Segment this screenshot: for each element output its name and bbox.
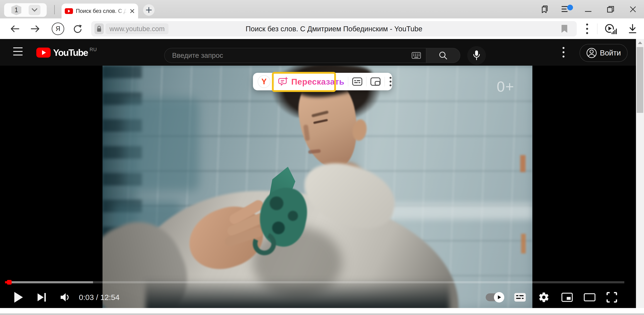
video-translate-button[interactable] [603, 18, 618, 39]
tabbar-divider [54, 5, 55, 14]
miniplayer-icon [561, 293, 573, 302]
close-icon [629, 6, 637, 13]
captions-icon [514, 293, 526, 302]
side-panels-button[interactable] [538, 4, 550, 15]
settings-button[interactable] [535, 288, 552, 306]
region-label: RU [90, 47, 97, 52]
keyboard-icon[interactable] [412, 52, 421, 59]
picture-in-picture-icon [370, 77, 381, 86]
sign-in-label: Войти [600, 49, 621, 57]
tab-group-control[interactable]: 1 [4, 3, 47, 17]
yandex-ya-icon: Я [52, 22, 64, 35]
progress-bar[interactable] [5, 281, 624, 283]
window-bottom-edge [0, 314, 644, 315]
tutorial-highlight-box [272, 72, 336, 92]
guide-menu-button[interactable] [13, 45, 22, 58]
overlay-more-button[interactable] [388, 76, 393, 86]
video-translate-icon [604, 23, 617, 34]
sign-in-button[interactable]: Войти [580, 44, 628, 62]
progress-playhead[interactable] [7, 280, 12, 284]
close-window-button[interactable] [626, 4, 640, 15]
arrow-right-icon [30, 24, 40, 33]
play-button[interactable] [10, 288, 27, 306]
profile-menu-button[interactable] [560, 4, 576, 15]
tab-bar: 1 Поиск без слов. С Дмит [0, 0, 644, 18]
reload-button[interactable] [70, 18, 85, 39]
page-options-button[interactable] [562, 46, 573, 58]
new-tab-button[interactable] [143, 4, 154, 16]
youtube-logo[interactable]: YouTube RU [36, 47, 97, 58]
kebab-menu-icon [562, 46, 564, 58]
profile-lines-icon [561, 4, 574, 14]
tab-counter-badge[interactable]: 1 [10, 5, 22, 15]
search-box[interactable] [164, 48, 426, 63]
page-scrollbar[interactable] [636, 39, 644, 315]
voice-search-button[interactable] [467, 46, 486, 65]
kebab-menu-icon [586, 23, 588, 34]
next-icon [37, 292, 46, 302]
reload-icon [72, 24, 83, 34]
search-input[interactable] [172, 51, 412, 60]
tab-title: Поиск без слов. С Дмит [76, 8, 128, 14]
omnibox[interactable]: www.youtube.com Поиск без слов. С Дмитри… [91, 21, 577, 36]
back-button[interactable] [8, 18, 21, 39]
search-icon [438, 50, 448, 60]
youtube-masthead: YouTube RU [0, 39, 636, 66]
restore-button[interactable] [603, 4, 618, 15]
toolbar-divider [597, 24, 598, 34]
youtube-play-icon [36, 48, 51, 58]
active-tab[interactable]: Поиск без слов. С Дмит [62, 4, 138, 18]
plus-icon [146, 6, 152, 14]
fullscreen-icon [606, 292, 618, 303]
lock-icon [96, 25, 102, 32]
person-icon [586, 48, 597, 58]
site-security-chip[interactable] [94, 24, 104, 34]
subtitles-icon [352, 77, 362, 86]
forward-button[interactable] [29, 18, 42, 39]
microphone-icon [472, 50, 481, 61]
url-display[interactable]: www.youtube.com [106, 24, 168, 34]
miniplayer-button[interactable] [558, 288, 576, 306]
yandex-services-button[interactable]: Я [50, 18, 66, 39]
video-art [102, 66, 532, 308]
browser-menu-button[interactable] [582, 18, 592, 39]
youtube-page: YouTube RU [0, 39, 636, 308]
overlay-pip-button[interactable] [370, 77, 381, 86]
search-button[interactable] [426, 48, 460, 63]
gear-icon [538, 292, 550, 303]
progress-buffer [5, 281, 93, 283]
address-toolbar: Я www.youtube.com Поиск без слов. С Дмит… [0, 18, 644, 39]
tab-counter-label: 1 [14, 6, 18, 14]
tab-close-icon[interactable] [130, 8, 135, 14]
volume-button[interactable] [57, 288, 74, 306]
scrollbar-up-arrow-icon[interactable] [638, 42, 642, 44]
autoplay-pill [486, 293, 504, 301]
autoplay-toggle[interactable] [483, 288, 506, 306]
theater-mode-button[interactable] [581, 288, 598, 306]
restore-icon [606, 5, 615, 14]
captions-button[interactable] [512, 288, 528, 306]
overlay-divider [366, 77, 366, 86]
next-button[interactable] [33, 288, 50, 306]
volume-icon [60, 293, 71, 302]
scrollbar-thumb[interactable] [637, 47, 643, 113]
minimize-icon [584, 6, 592, 13]
youtube-wordmark: YouTube [53, 47, 88, 58]
bookmark-button[interactable] [561, 24, 568, 34]
hamburger-icon [13, 48, 22, 48]
overlay-subtitles-button[interactable] [352, 77, 362, 86]
minimize-button[interactable] [581, 4, 595, 15]
notification-dot [567, 5, 573, 10]
window-bottom-strip [0, 308, 644, 314]
overlay-divider [384, 77, 385, 86]
play-icon [14, 292, 24, 303]
yandex-logo-icon[interactable]: Y [258, 75, 270, 88]
arrow-left-icon [10, 24, 20, 33]
fullscreen-button[interactable] [603, 288, 620, 306]
theater-icon [584, 293, 596, 302]
video-frame[interactable]: 0+ [102, 66, 532, 308]
downloads-button[interactable] [625, 18, 640, 39]
panels-bookmarks-icon [540, 5, 549, 14]
tab-list-dropdown-button[interactable] [28, 5, 40, 15]
youtube-favicon-icon [65, 8, 73, 14]
